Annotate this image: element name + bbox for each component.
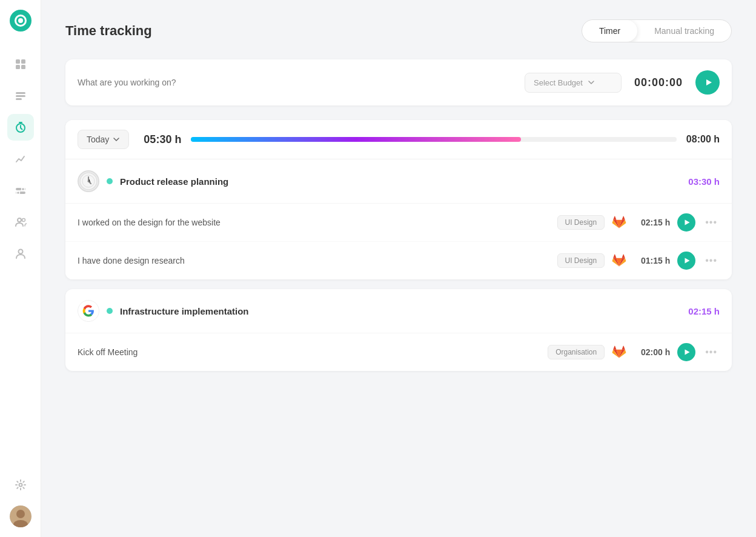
dashboard-icon: [15, 58, 27, 70]
start-timer-button[interactable]: [695, 70, 720, 95]
entry-play-icon: [683, 257, 691, 264]
progress-bar: [191, 137, 676, 142]
entry-play-button[interactable]: [677, 343, 695, 361]
project-icon-clock: [78, 170, 99, 192]
date-row: Today 05:30 h 08:00 h: [65, 120, 732, 159]
entry-description: I have done design research: [78, 256, 550, 265]
timer-bar: Select Budget 00:00:00: [65, 59, 732, 105]
gitlab-icon: [612, 215, 626, 230]
toggle-icon: [15, 184, 27, 196]
entry-description: I worked on the design for the website: [78, 218, 550, 227]
sidebar-item-dashboard[interactable]: [7, 51, 34, 78]
entry-time: 02:00 h: [634, 347, 670, 357]
settings-icon: [15, 479, 27, 491]
sidebar-item-timer[interactable]: [7, 114, 34, 141]
svg-rect-1: [21, 59, 25, 64]
time-entry: I have done design research UI Design 01…: [65, 242, 732, 279]
project-header-infrastructure: Infrastructure implementation 02:15 h: [65, 289, 732, 333]
entry-more-button[interactable]: •••: [703, 215, 720, 230]
svg-point-17: [16, 510, 25, 518]
project-group-product-release: Product release planning 03:30 h I worke…: [65, 159, 732, 279]
progress-bar-fill: [191, 137, 521, 142]
sidebar-item-team[interactable]: [7, 208, 34, 235]
sidebar-item-analytics[interactable]: [7, 145, 34, 172]
board-icon: [15, 90, 27, 102]
project-name: Product release planning: [120, 176, 681, 187]
main-content: Time tracking Timer Manual tracking Sele…: [41, 0, 756, 537]
project-total-time: 03:30 h: [688, 176, 720, 187]
entry-play-icon: [683, 219, 691, 226]
svg-point-21: [88, 181, 90, 182]
svg-rect-5: [16, 95, 25, 97]
entry-time: 01:15 h: [634, 256, 670, 265]
project-status-dot: [107, 178, 113, 184]
svg-point-15: [19, 484, 22, 487]
project-icon-google: [78, 300, 99, 322]
entry-play-button[interactable]: [677, 213, 695, 232]
gitlab-icon: [612, 253, 626, 268]
project-name: Infrastructure implementation: [120, 306, 681, 316]
entry-more-button[interactable]: •••: [703, 344, 720, 360]
date-chevron-icon: [113, 136, 120, 143]
timer-icon: [15, 121, 27, 133]
page-header: Time tracking Timer Manual tracking: [65, 19, 732, 42]
time-entry: Kick off Meeting Organisation 02:00 h ••…: [65, 333, 732, 371]
play-icon: [705, 78, 713, 87]
user-avatar[interactable]: [10, 505, 31, 527]
page-title: Time tracking: [65, 23, 152, 39]
app-logo[interactable]: [10, 10, 31, 32]
svg-point-12: [18, 218, 21, 222]
svg-rect-0: [16, 59, 20, 64]
time-entry: I worked on the design for the website U…: [65, 204, 732, 242]
google-logo-icon: [79, 301, 98, 321]
gitlab-icon: [612, 345, 626, 359]
date-label: Today: [87, 135, 109, 144]
manual-mode-button[interactable]: Manual tracking: [637, 20, 731, 42]
entry-tag[interactable]: UI Design: [557, 215, 605, 230]
entry-time: 02:15 h: [634, 218, 670, 227]
sidebar: [0, 0, 41, 537]
svg-rect-3: [21, 65, 25, 69]
entry-play-icon: [683, 349, 691, 356]
svg-point-13: [22, 219, 25, 222]
timer-mode-button[interactable]: Timer: [582, 20, 637, 42]
entry-description: Kick off Meeting: [78, 347, 540, 357]
entry-tag[interactable]: UI Design: [557, 253, 605, 268]
timer-display: 00:00:00: [631, 76, 686, 89]
budget-label: Select Budget: [534, 78, 583, 87]
budget-selector[interactable]: Select Budget: [525, 73, 622, 93]
tracking-mode-toggle: Timer Manual tracking: [582, 19, 732, 42]
sidebar-item-toggle[interactable]: [7, 177, 34, 204]
entry-tag[interactable]: Organisation: [548, 345, 605, 359]
svg-point-14: [18, 250, 22, 254]
svg-point-9: [21, 188, 24, 191]
sidebar-nav: [7, 51, 34, 472]
project-section-infrastructure: Infrastructure implementation 02:15 h Ki…: [65, 289, 732, 371]
entry-play-button[interactable]: [677, 252, 695, 270]
entry-more-button[interactable]: •••: [703, 253, 720, 268]
svg-point-11: [16, 192, 19, 195]
user-icon: [15, 247, 27, 259]
svg-rect-6: [16, 98, 22, 100]
chevron-down-icon: [588, 79, 595, 86]
clock-icon: [79, 172, 98, 191]
project-status-dot: [107, 308, 113, 314]
project-header-product-release: Product release planning 03:30 h: [65, 159, 732, 204]
total-time: 08:00 h: [686, 134, 720, 145]
sidebar-bottom: [7, 472, 34, 527]
sidebar-item-settings[interactable]: [7, 472, 34, 498]
date-section: Today 05:30 h 08:00 h: [65, 120, 732, 279]
svg-rect-2: [16, 65, 20, 69]
sidebar-item-board[interactable]: [7, 82, 34, 109]
task-description-input[interactable]: [78, 78, 515, 87]
elapsed-time: 05:30 h: [144, 133, 181, 146]
date-selector[interactable]: Today: [78, 130, 129, 149]
svg-rect-4: [16, 92, 25, 94]
team-icon: [15, 216, 27, 228]
sidebar-item-user[interactable]: [7, 240, 34, 267]
analytics-icon: [15, 153, 27, 165]
project-total-time: 02:15 h: [688, 306, 720, 316]
avatar-image: [10, 505, 31, 527]
